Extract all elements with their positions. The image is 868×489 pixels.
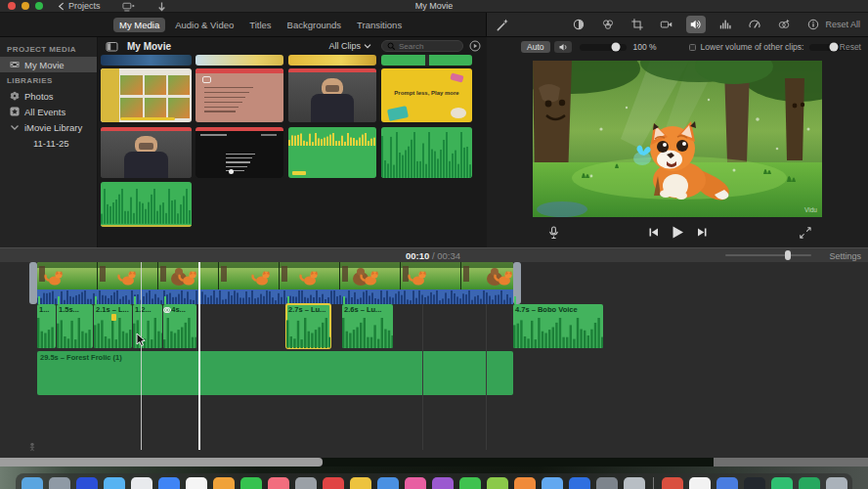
stabilization-icon[interactable] — [657, 16, 676, 33]
sidebar-item-all-events[interactable]: All Events — [0, 104, 97, 119]
media-thumbnail-webcam[interactable] — [101, 127, 192, 178]
background-music-clip[interactable]: 29.5s – Forest Frolic (1) — [37, 351, 513, 395]
autoplay-icon[interactable] — [469, 40, 481, 52]
dock-icon-facetime[interactable] — [240, 477, 262, 489]
tab-audio-video[interactable]: Audio & Video — [169, 18, 239, 32]
dock-icon-trash[interactable] — [826, 477, 847, 489]
dock-icon-numbers[interactable] — [459, 477, 481, 489]
dock-icon-podcasts[interactable] — [405, 477, 426, 489]
media-thumbnail-sliver-pale[interactable] — [195, 55, 283, 66]
dock-icon-appstore[interactable] — [377, 477, 399, 489]
effects-icon[interactable] — [774, 16, 794, 33]
sidebar-item-photos[interactable]: Photos — [0, 88, 97, 104]
fade-handle[interactable] — [163, 307, 169, 313]
crop-icon[interactable] — [628, 16, 647, 33]
audio-clip[interactable]: 1.4s... — [163, 304, 196, 348]
import-media-icon[interactable] — [122, 0, 135, 13]
dock-icon-finder[interactable] — [22, 477, 43, 489]
media-thumbnail-audio[interactable] — [381, 127, 472, 178]
dock-icon-folder[interactable] — [213, 477, 235, 489]
media-thumbnail-webcam[interactable] — [288, 68, 376, 122]
playhead[interactable] — [198, 262, 200, 450]
dock-icon-files[interactable] — [716, 477, 738, 489]
media-thumbnail-terminal[interactable] — [195, 127, 283, 178]
dock-icon-mail[interactable] — [76, 477, 98, 489]
noise-reduction-icon[interactable] — [716, 16, 735, 33]
tab-transitions[interactable]: Transitions — [351, 18, 408, 32]
tab-my-media[interactable]: My Media — [113, 18, 165, 32]
dock-icon-terminal[interactable] — [624, 477, 645, 489]
dock-icon-notes[interactable] — [295, 477, 317, 489]
dock-icon-settings[interactable] — [596, 477, 618, 489]
dock-icon-teams[interactable] — [569, 477, 590, 489]
sidebar-item-imovie-library[interactable]: iMovie Library — [0, 119, 97, 135]
audio-clip-selected[interactable]: 2.7s – Lu... — [286, 304, 330, 348]
close-window-button[interactable] — [8, 2, 16, 10]
speed-icon[interactable] — [745, 16, 764, 33]
dock-icon-tv[interactable] — [323, 477, 344, 489]
audio-clip[interactable]: 2.6s – Lu... — [342, 304, 393, 348]
search-input[interactable] — [399, 42, 457, 51]
play-button[interactable] — [671, 225, 685, 240]
video-clip-filmstrip[interactable] — [37, 262, 513, 289]
dock-icon-utility[interactable] — [744, 477, 765, 489]
tab-backgrounds[interactable]: Backgrounds — [282, 18, 347, 32]
media-thumbnail-sliver-blue[interactable] — [101, 55, 192, 66]
media-thumbnail-audio-bottombar[interactable] — [101, 182, 192, 227]
timeline-zoom-slider[interactable] — [725, 254, 811, 256]
media-thumbnail-screen-grid[interactable] — [101, 68, 192, 122]
dock-icon-calendar[interactable] — [131, 477, 152, 489]
dock-icon-music[interactable] — [268, 477, 289, 489]
voiceover-mic-icon[interactable] — [547, 226, 560, 239]
sidebar-item-my-movie[interactable]: My Movie — [0, 57, 97, 72]
enhance-wand-icon[interactable] — [496, 18, 509, 31]
horizontal-scrollbar-thumb[interactable] — [0, 458, 323, 467]
volume-slider[interactable] — [580, 44, 627, 51]
download-arrow-icon[interactable] — [156, 1, 167, 12]
sidebar-toggle-icon[interactable] — [106, 40, 118, 53]
dock-icon-word[interactable] — [542, 477, 563, 489]
audio-clip[interactable]: 1.5s... — [57, 304, 93, 348]
lower-volume-checkbox[interactable] — [689, 44, 696, 51]
volume-reset-button[interactable]: Reset — [840, 42, 861, 52]
dock-icon-preview[interactable] — [689, 477, 711, 489]
dock-icon-safari[interactable] — [104, 477, 125, 489]
media-thumbnail-audio-yellowtop[interactable] — [288, 127, 376, 178]
dock-icon-browser2[interactable] — [662, 477, 683, 489]
keyframe-marker-icon[interactable] — [111, 314, 116, 321]
media-thumbnail-sliver-green[interactable] — [381, 55, 472, 66]
volume-icon[interactable] — [686, 16, 706, 33]
media-thumbnail-document[interactable] — [195, 68, 283, 122]
dock-icon-excel[interactable] — [487, 477, 508, 489]
sidebar-item-11-11-25[interactable]: 11-11-25 — [0, 135, 97, 151]
audio-clip[interactable]: 1... — [37, 304, 56, 348]
audio-clip[interactable]: 2.1s – L... — [94, 304, 132, 348]
info-icon[interactable] — [803, 16, 823, 33]
reset-all-button[interactable]: Reset All — [825, 20, 860, 29]
color-balance-icon[interactable] — [569, 16, 588, 33]
minimize-window-button[interactable] — [22, 2, 29, 10]
audio-clip[interactable]: 4.7s – Bobo Voice — [513, 304, 603, 348]
dock-icon-messages[interactable] — [158, 477, 180, 489]
search-box[interactable] — [381, 40, 463, 52]
dock-icon-launchpad[interactable] — [49, 477, 70, 489]
skip-back-button[interactable] — [648, 227, 659, 238]
dock-icon-photos[interactable] — [186, 477, 207, 489]
clip-filter-dropdown[interactable]: All Clips — [328, 41, 371, 51]
color-correction-icon[interactable] — [598, 16, 618, 33]
trim-handle-left[interactable] — [29, 262, 37, 304]
dock-icon-sheets[interactable] — [771, 477, 793, 489]
dock-icon-meet[interactable] — [799, 477, 820, 489]
mute-speaker-icon[interactable] — [554, 41, 572, 53]
dock-icon-stickies[interactable] — [350, 477, 371, 489]
tab-titles[interactable]: Titles — [243, 18, 277, 32]
dock-icon-imovie[interactable] — [432, 477, 454, 489]
media-thumbnail-sliver-yellow[interactable] — [288, 55, 376, 66]
timeline-settings-button[interactable]: Settings — [829, 251, 861, 261]
fullscreen-icon[interactable] — [800, 227, 811, 239]
dock-icon-powerpoint[interactable] — [514, 477, 536, 489]
skip-forward-button[interactable] — [697, 227, 708, 238]
zoom-window-button[interactable] — [35, 2, 43, 10]
auto-volume-button[interactable]: Auto — [521, 41, 550, 53]
media-thumbnail-design[interactable]: Prompt less, Play more — [381, 68, 472, 122]
